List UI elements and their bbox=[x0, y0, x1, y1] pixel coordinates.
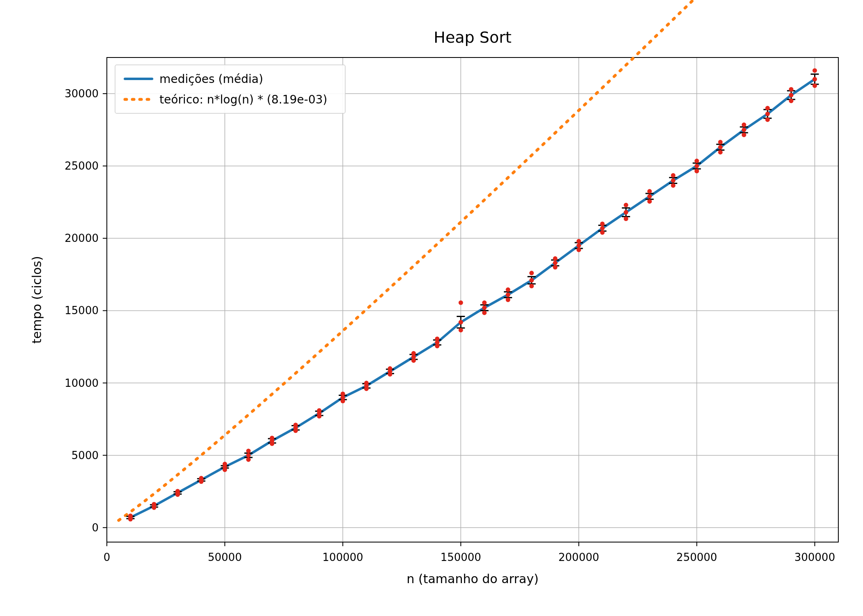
data-point bbox=[695, 159, 699, 163]
data-point bbox=[624, 216, 628, 221]
y-tick-label: 5000 bbox=[72, 449, 99, 462]
data-point bbox=[671, 173, 676, 178]
svg-point-76 bbox=[482, 306, 487, 310]
data-point bbox=[577, 248, 581, 252]
data-point bbox=[553, 265, 557, 269]
svg-point-67 bbox=[411, 355, 416, 359]
data-point bbox=[459, 328, 463, 332]
x-tick-label: 200000 bbox=[558, 551, 599, 563]
data-point bbox=[246, 457, 251, 462]
data-point bbox=[695, 169, 699, 173]
svg-point-82 bbox=[529, 278, 534, 283]
svg-point-118 bbox=[812, 77, 817, 81]
svg-point-79 bbox=[506, 292, 510, 297]
svg-point-109 bbox=[742, 128, 746, 132]
svg-point-31 bbox=[128, 515, 133, 520]
svg-point-43 bbox=[223, 464, 227, 469]
svg-point-55 bbox=[317, 411, 321, 416]
data-point bbox=[600, 230, 605, 235]
x-tick-label: 300000 bbox=[794, 551, 835, 563]
data-point bbox=[647, 199, 652, 204]
data-point bbox=[529, 271, 534, 275]
data-point bbox=[529, 284, 534, 288]
legend-entry-measured: medições (média) bbox=[159, 72, 263, 86]
x-tick-label: 150000 bbox=[441, 551, 481, 563]
y-tick-label: 15000 bbox=[65, 304, 99, 317]
data-point bbox=[718, 150, 722, 154]
svg-point-61 bbox=[364, 384, 369, 388]
svg-point-52 bbox=[293, 425, 298, 430]
svg-point-100 bbox=[671, 178, 676, 183]
svg-point-112 bbox=[765, 112, 770, 116]
data-point bbox=[624, 203, 628, 207]
data-point bbox=[718, 140, 722, 145]
svg-point-64 bbox=[388, 369, 392, 374]
data-point bbox=[506, 298, 510, 302]
data-point bbox=[459, 301, 463, 305]
svg-point-88 bbox=[577, 243, 581, 248]
chart-container: 0500001000001500002000002500003000000500… bbox=[0, 0, 863, 616]
data-point bbox=[577, 239, 581, 244]
svg-point-94 bbox=[624, 210, 628, 214]
chart-title: Heap Sort bbox=[434, 28, 511, 46]
y-tick-label: 10000 bbox=[65, 377, 99, 389]
svg-point-70 bbox=[435, 340, 439, 345]
legend-entry-theory: teórico: n*log(n) * (8.19e-03) bbox=[159, 93, 327, 106]
svg-point-37 bbox=[175, 491, 180, 495]
x-tick-label: 250000 bbox=[676, 551, 717, 563]
y-tick-label: 20000 bbox=[65, 232, 99, 244]
data-point bbox=[553, 256, 557, 261]
svg-point-97 bbox=[647, 194, 652, 199]
data-point bbox=[765, 117, 770, 122]
data-point bbox=[647, 189, 652, 193]
data-point bbox=[482, 310, 487, 315]
svg-point-34 bbox=[152, 503, 156, 508]
svg-point-40 bbox=[199, 478, 203, 482]
data-point bbox=[789, 99, 794, 103]
svg-point-49 bbox=[270, 439, 274, 443]
y-tick-label: 30000 bbox=[65, 87, 99, 100]
svg-point-58 bbox=[341, 395, 345, 400]
x-tick-label: 50000 bbox=[208, 551, 242, 563]
y-tick-label: 25000 bbox=[65, 160, 99, 172]
data-point bbox=[742, 133, 746, 137]
svg-point-91 bbox=[600, 226, 605, 230]
svg-rect-14 bbox=[107, 57, 838, 542]
data-point bbox=[600, 222, 605, 226]
data-point bbox=[246, 449, 251, 453]
data-point bbox=[765, 106, 770, 110]
svg-point-103 bbox=[695, 164, 699, 168]
data-point bbox=[812, 83, 817, 88]
y-tick-label: 0 bbox=[92, 522, 99, 534]
x-tick-label: 100000 bbox=[323, 551, 363, 563]
measured-line bbox=[130, 79, 815, 517]
x-axis-label: n (tamanho do array) bbox=[406, 572, 538, 586]
data-point bbox=[671, 183, 676, 188]
chart-svg: 0500001000001500002000002500003000000500… bbox=[0, 0, 863, 616]
data-point bbox=[812, 68, 817, 73]
svg-point-106 bbox=[718, 145, 722, 149]
svg-point-46 bbox=[246, 453, 251, 457]
data-point bbox=[506, 287, 510, 292]
data-point bbox=[742, 122, 746, 127]
x-tick-label: 0 bbox=[104, 551, 111, 563]
data-point bbox=[789, 87, 794, 92]
svg-point-73 bbox=[459, 320, 463, 324]
y-axis-label: tempo (ciclos) bbox=[30, 256, 44, 343]
svg-point-85 bbox=[553, 261, 557, 265]
data-point bbox=[482, 301, 487, 305]
svg-point-115 bbox=[789, 93, 794, 97]
